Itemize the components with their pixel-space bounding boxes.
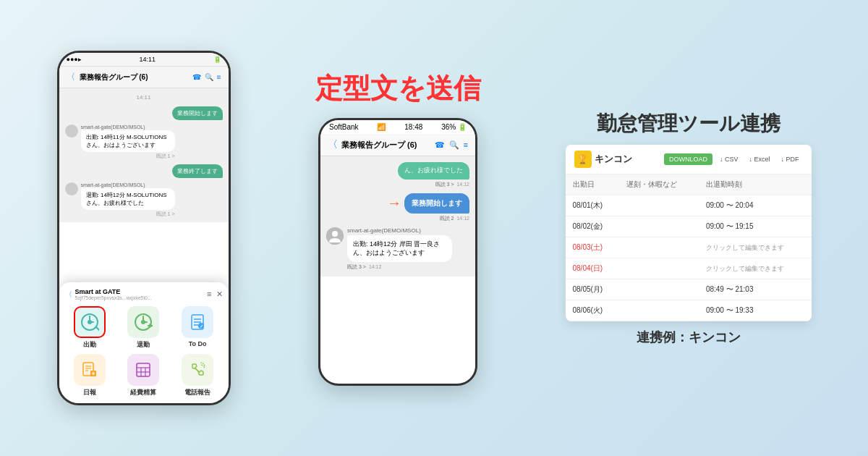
drawer-icon-box-0	[74, 306, 106, 338]
drawer-item-4[interactable]: 経費精算	[119, 354, 169, 397]
arrow-to-msg: →	[387, 195, 401, 211]
table-row-weekend[interactable]: 08/03(土) クリックして編集できます	[566, 237, 812, 258]
th-note: 遅刻・休暇など	[619, 174, 698, 195]
meta-2: 既読 1 >	[81, 211, 175, 218]
drawer-app-id: 5zjf75depm5pxvsx3s...wqxke5i0...	[75, 295, 152, 300]
drawer-label-0: 出勤	[83, 340, 96, 350]
sender-2: smart-at-gate(DEMO/MSOL)	[81, 182, 175, 187]
table-row[interactable]: 08/01(木) 09:00 〜 20:04	[566, 195, 812, 216]
menu-icon-left[interactable]: ≡	[217, 73, 221, 81]
battery-left: 🔋	[213, 56, 221, 63]
table-row-weekend[interactable]: 08/04(日) クリックして編集できます	[566, 258, 812, 279]
back-button-left[interactable]: 〈	[67, 71, 75, 83]
cell-date-3: 08/04(日)	[566, 258, 620, 279]
drawer: 〈 Smart at GATE 5zjf75depm5pxvsx3s...wqx…	[59, 282, 229, 403]
phone-icon-mid[interactable]: ☎	[435, 140, 445, 150]
msg-right-1: 業務開始します	[172, 106, 223, 120]
menu-icon-drawer[interactable]: ≡	[207, 290, 211, 299]
th-date: 出勤日	[566, 174, 620, 195]
time-left: 14:11	[139, 56, 156, 63]
read-3: 既読 3 >	[347, 263, 366, 271]
cell-time-1: 09:00 〜 19:15	[699, 216, 812, 237]
drawer-app-info: Smart at GATE 5zjf75depm5pxvsx3s...wqxke…	[75, 288, 152, 300]
drawer-item-5[interactable]: 電話報告	[173, 354, 223, 397]
msg-content-1: smart-at-gate(DEMO/MSOL) 出勤: 14時11分 M-SO…	[81, 124, 175, 160]
drawer-label-4: 経費精算	[130, 388, 156, 397]
drawer-icon-box-3	[74, 354, 106, 386]
msg-content-2: smart-at-gate(DEMO/MSOL) 退勤: 14時12分 M-SO…	[81, 182, 175, 218]
table-body: 08/01(木) 09:00 〜 20:04 08/02(金) 09:00 〜 …	[566, 195, 812, 321]
drawer-label-1: 退勤	[137, 340, 150, 350]
avatar-1	[65, 124, 78, 138]
download-button[interactable]: DOWNLOAD	[664, 153, 712, 165]
status-bar-mid: SoftBank 📶 18:48 36% 🔋	[320, 120, 475, 134]
msg-left-row-1: smart-at-gate(DEMO/MSOL) 出勤: 14時11分 M-SO…	[65, 124, 223, 160]
msg-right-blue: 業務開始します	[404, 193, 469, 214]
wifi-icon-mid: 📶	[377, 123, 386, 131]
excel-button[interactable]: ↓ Excel	[745, 153, 773, 165]
caption-kinkon: 連携例：キンコン	[637, 329, 741, 346]
drawer-title-row: 〈 Smart at GATE 5zjf75depm5pxvsx3s...wqx…	[65, 288, 152, 300]
msg-right-green-wrapper: ん、お疲れ様でした 既読 3 > 14:12	[326, 162, 469, 188]
drawer-item-1[interactable]: 退勤	[119, 306, 169, 350]
chat-title-left: 業務報告グループ (6)	[80, 72, 188, 83]
drawer-back-btn[interactable]: 〈	[65, 290, 72, 300]
svg-point-31	[332, 231, 338, 237]
drawer-header: 〈 Smart at GATE 5zjf75depm5pxvsx3s...wqx…	[65, 288, 223, 300]
kinkon-header: 🏆 キンコン DOWNLOAD ↓ CSV ↓ Excel ↓ PDF	[566, 145, 812, 174]
cell-date-4: 08/05(月)	[566, 279, 620, 300]
daily-report-icon	[81, 361, 98, 379]
cell-time-2: クリックして編集できます	[699, 237, 812, 258]
cell-note-1	[619, 216, 698, 237]
left-phone: ●●●▸ 14:11 🔋 〈 業務報告グループ (6) ☎ 🔍 ≡ 14:11 …	[57, 51, 231, 405]
kinkon-table: 出勤日 遅刻・休暇など 出退勤時刻 08/01(木) 09:00 〜 20:04…	[566, 174, 812, 321]
drawer-header-icons: ≡ ✕	[207, 290, 222, 299]
expense-icon	[135, 361, 152, 379]
csv-button[interactable]: ↓ CSV	[716, 153, 742, 165]
msg-left-row-mid-1: smart-at-gate(DEMO/MSOL) 出勤: 14時12分 岸田 晋…	[326, 227, 469, 271]
time-msg-3: 14:12	[369, 264, 382, 269]
cell-date-5: 08/06(火)	[566, 300, 620, 321]
drawer-item-0[interactable]: 出勤	[65, 306, 115, 350]
msg-content-mid-1: smart-at-gate(DEMO/MSOL) 出勤: 14時12分 岸田 晋…	[347, 227, 452, 271]
meta-1: 既読 1 >	[81, 153, 175, 160]
middle-section: 定型文を送信 SoftBank 📶 18:48 36% 🔋 〈 業務報告グループ…	[315, 70, 481, 386]
sender-mid-1: smart-at-gate(DEMO/MSOL)	[347, 227, 452, 234]
drawer-item-3[interactable]: 日報	[65, 354, 115, 397]
close-icon-drawer[interactable]: ✕	[216, 290, 223, 299]
cell-date-2: 08/03(土)	[566, 237, 620, 258]
todo-icon: ✓	[189, 313, 206, 331]
sender-1: smart-at-gate(DEMO/MSOL)	[81, 124, 175, 130]
kinkon-logo-text: キンコン	[595, 153, 632, 166]
msg-meta-row-2: 既読 2 14:12	[440, 215, 469, 222]
menu-icon-mid[interactable]: ≡	[464, 140, 468, 150]
drawer-item-2[interactable]: ✓ To Do	[173, 306, 223, 350]
bubble-2: 退勤: 14時12分 M-SOLUTIONSさん、お疲れ様でした	[81, 188, 175, 210]
table-row[interactable]: 08/06(火) 09:00 〜 19:33	[566, 300, 812, 321]
drawer-icon-box-5	[182, 354, 213, 386]
search-icon-left[interactable]: 🔍	[205, 73, 213, 81]
signal-icon: ●●●▸	[67, 56, 82, 63]
chat-header-mid: 〈 業務報告グループ (6) ☎ 🔍 ≡	[320, 134, 475, 156]
heading-teikei: 定型文を送信	[315, 70, 481, 107]
arrow-msg-row: → 業務開始します	[387, 193, 469, 214]
pdf-button[interactable]: ↓ PDF	[777, 153, 802, 165]
table-row[interactable]: 08/05(月) 08:49 〜 21:03	[566, 279, 812, 300]
msg-right-2: 業務終了します	[172, 164, 223, 178]
cell-time-0: 09:00 〜 20:04	[699, 195, 812, 216]
kinkon-logo: 🏆 キンコン	[574, 151, 632, 168]
table-row[interactable]: 08/02(金) 09:00 〜 19:15	[566, 216, 812, 237]
drawer-label-2: To Do	[189, 340, 207, 347]
back-button-mid[interactable]: 〈	[328, 138, 338, 151]
kinkon-logo-icon: 🏆	[574, 151, 592, 168]
search-icon-mid[interactable]: 🔍	[449, 140, 459, 150]
read-1: 既読 3 >	[435, 181, 454, 188]
header-icons-mid: ☎ 🔍 ≡	[435, 140, 468, 150]
cell-date-1: 08/02(金)	[566, 216, 620, 237]
phone-icon-left[interactable]: ☎	[192, 73, 201, 81]
chat-header-left: 〈 業務報告グループ (6) ☎ 🔍 ≡	[59, 67, 229, 88]
time-label-1: 14:11	[65, 94, 223, 101]
cell-note-3	[619, 258, 698, 279]
th-time: 出退勤時刻	[699, 174, 812, 195]
status-bar-left: ●●●▸ 14:11 🔋	[59, 53, 229, 67]
